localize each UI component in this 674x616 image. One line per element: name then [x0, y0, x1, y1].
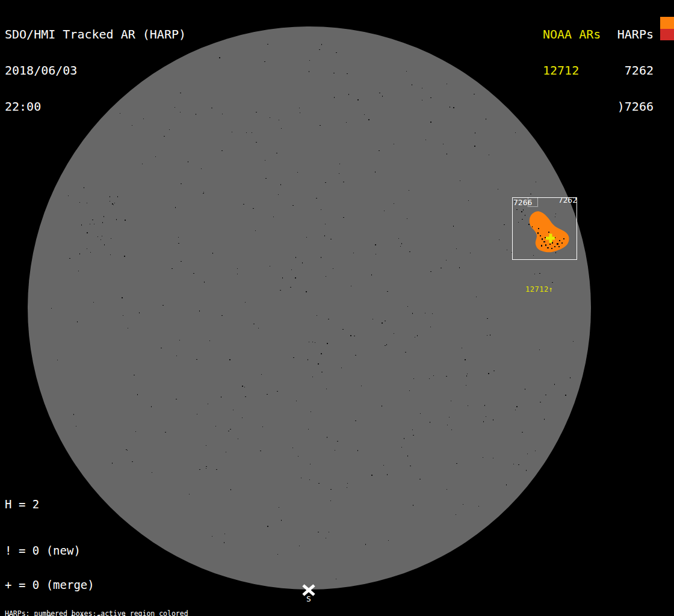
page-title: SDO/HMI Tracked AR (HARP)	[5, 28, 186, 40]
footer-harps-note: HARPs: numbered boxes; active region col…	[5, 610, 247, 616]
harp-box-label-7262: 7262	[558, 196, 577, 204]
legend-line-new: ! = 0 (new)	[5, 545, 135, 556]
noaa-ar-id: 12712	[543, 64, 601, 76]
harps-panel: HARPs 7262 )7266	[617, 4, 654, 137]
header: SDO/HMI Tracked AR (HARP) 2018/06/03 22:…	[5, 4, 186, 137]
active-region-overlay	[509, 205, 581, 262]
harp-7262-color-swatch	[660, 17, 674, 29]
harp-7266-color-swatch	[660, 29, 674, 40]
harp-entry: 7262	[617, 64, 654, 76]
legend-harp-count: H = 2	[5, 499, 39, 510]
south-pole-label: S	[303, 595, 314, 603]
noaa-ars-heading: NOAA ARs	[543, 28, 601, 40]
harp-tracker-screen: SDO/HMI Tracked AR (HARP) 2018/06/03 22:…	[0, 0, 674, 616]
harp-entry: )7266	[617, 100, 654, 112]
legend-line-merge: + = 0 (merge)	[5, 579, 135, 591]
date-label: 2018/06/03	[5, 64, 186, 76]
harps-heading: HARPs	[617, 28, 654, 40]
noaa-ar-shifted-label: 12712↑	[525, 286, 553, 294]
time-label: 22:00	[5, 100, 186, 112]
footer-notes: HARPs: numbered boxes; active region col…	[5, 596, 247, 616]
noaa-ars-panel: NOAA ARs 12712	[543, 4, 601, 100]
